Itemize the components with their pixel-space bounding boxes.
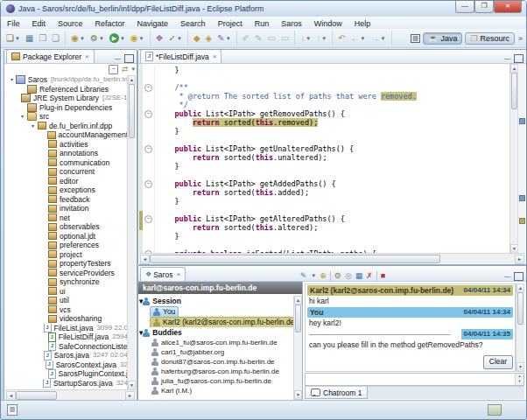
code-line[interactable] (157, 74, 509, 83)
code-line[interactable]: } (157, 66, 509, 74)
minimize-view-icon[interactable]: — (503, 273, 511, 280)
collapse-fold-icon[interactable]: − (144, 180, 152, 188)
tree-item-saros-java[interactable]: JSaros.java3247 02.04 (5, 351, 128, 360)
tree-item-feedback[interactable]: feedback (5, 195, 128, 205)
menu-help[interactable]: Help (348, 19, 377, 28)
save-all-icon[interactable]: ❒ (37, 32, 48, 45)
edit-mode-icon[interactable]: ✎ (253, 32, 264, 45)
buddy-item-karl-i-m[interactable]: Karl (I.M.) (139, 386, 294, 396)
code-line[interactable]: public List<IPath> getUnalteredPaths() { (157, 144, 509, 153)
dropdown-arrow-icon[interactable]: ▼ (306, 36, 311, 41)
buddy-item-julia-fu[interactable]: julia_fu@saros-con.imp.fu-berlin.de (139, 376, 294, 386)
tree-item-startupsaros-java[interactable]: JStartupSaros.java324 (5, 379, 128, 388)
dropdown-arrow-icon[interactable]: ▼ (321, 36, 327, 41)
tree-item-filelistdiff-java[interactable]: JFileListDiff.java2594 (5, 332, 128, 342)
session-vscrollbar[interactable]: ▲ ▼ (293, 296, 302, 400)
maximize-view-icon[interactable] (514, 272, 523, 281)
title-bar[interactable]: Java - Saros/src/de/fu_berlin/inf/dpp/Fi… (1, 1, 526, 17)
dropdown-arrow-icon[interactable]: ▼ (311, 273, 316, 278)
code-line[interactable]: return sorted(this.added); (157, 188, 509, 197)
tree-item-invitation[interactable]: invitation (5, 204, 128, 214)
collapse-fold-icon[interactable]: − (144, 215, 152, 223)
dropdown-arrow-icon[interactable]: ▼ (226, 36, 231, 41)
chat-input[interactable]: ▲▼ (305, 373, 524, 386)
tree-item-saroscontext-java[interactable]: JSarosContext.java32 (5, 360, 128, 370)
buddy-item-donut87[interactable]: donut87@saros-con.imp.fu-berlin.de (139, 357, 294, 367)
video-share-icon[interactable]: ▦ (355, 270, 363, 281)
last-edit-location-icon[interactable]: ↶ (336, 32, 347, 45)
scroll-thumb[interactable] (129, 84, 135, 138)
scroll-left-icon[interactable]: ◄ (140, 255, 150, 264)
view-menu-icon[interactable]: ▾ (131, 66, 135, 73)
tree-item-optional-jdt[interactable]: optional.jdt (5, 232, 128, 242)
code-line[interactable] (157, 171, 509, 179)
code-line[interactable]: public List<IPath> getRemovedPaths() { (157, 109, 509, 118)
tree-item-saros[interactable]: ▾Saros[trunk/dpp/de.fu_berlin.in (5, 75, 128, 85)
disconnect-icon[interactable]: ■ (381, 270, 385, 281)
expand-arrow-icon[interactable]: ▾ (21, 112, 27, 122)
close-icon[interactable]: × (213, 52, 217, 60)
menu-refactor[interactable]: Refactor (89, 19, 131, 28)
buddy-item-carl1-fu[interactable]: carl1_fu@jabber.org (139, 347, 294, 357)
tree-item-preferences[interactable]: preferences (5, 241, 128, 250)
buddy-item-haferburg[interactable]: haferburg@saros-con.imp.fu-berlin.de (139, 367, 294, 376)
tree-item-safeconnectionliste[interactable]: JSafeConnectionListe (5, 342, 128, 352)
overview-ruler[interactable] (517, 64, 525, 254)
code-line[interactable]: return sorted(this.removed); (157, 118, 509, 127)
perspective-resource-button[interactable]: ❒ Resourc (465, 32, 515, 45)
prev-annotation-icon[interactable]: ↑▼ (314, 32, 328, 45)
box-a-icon[interactable]: ▭ (265, 32, 277, 45)
tree-item-filelist-java[interactable]: JFileList.java3099 22.0 (5, 324, 128, 333)
fast-view-icon[interactable]: ▥ (7, 404, 18, 416)
tree-item-synchronize[interactable]: synchronize (5, 277, 128, 287)
chat-vscrollbar[interactable]: ▲ ▼ (516, 284, 524, 372)
run-config-icon[interactable]: ◉▼ (129, 32, 146, 45)
follow-mode-icon[interactable]: ◎ (345, 270, 352, 281)
perspective-java-button[interactable]: ☕ Java (423, 32, 462, 45)
input-scroll-icons[interactable]: ▲▼ (515, 374, 523, 385)
tree-item-sarosplugincontext-j[interactable]: JSarosPluginContext.j (5, 369, 128, 379)
tree-item-net[interactable]: net (5, 214, 128, 223)
tree-item-src[interactable]: ▾src (5, 112, 128, 122)
code-editor[interactable]: −−−−−− } /** * @return The sorted list o… (139, 64, 525, 254)
tree-item-serviceproviders[interactable]: serviceProviders (5, 269, 128, 278)
maximize-view-icon[interactable] (124, 54, 134, 63)
tree-item-referenced-libraries[interactable]: Referenced Libraries (5, 85, 128, 94)
tree-item-project[interactable]: project (5, 250, 128, 260)
share-project-icon[interactable]: ⚙ (334, 270, 341, 281)
code-line[interactable]: /** (157, 83, 509, 92)
tab-package-explorer[interactable]: Package Explorer × (6, 49, 95, 63)
dropdown-arrow-icon[interactable]: ▼ (139, 36, 144, 41)
tree-item-concurrent[interactable]: concurrent (5, 167, 128, 177)
menu-edit[interactable]: Edit (26, 19, 53, 28)
debug-icon[interactable]: ◉▼ (69, 32, 87, 45)
annotation-marker[interactable] (519, 218, 525, 224)
junit-icon[interactable]: ✓▼ (167, 32, 184, 45)
menu-window[interactable]: Window (308, 19, 348, 28)
new-wizard-icon[interactable]: ❏▼ (4, 32, 22, 45)
box-b-icon[interactable]: ▭ (279, 32, 291, 45)
code-line[interactable]: public List<IPath> getAlteredPaths() { (157, 214, 509, 223)
external-tools-icon[interactable]: ⚙▼ (88, 32, 106, 45)
scroll-thumb[interactable] (511, 73, 517, 109)
tree-item-communication[interactable]: communication (5, 158, 128, 168)
tree-item-plug-in-dependencies[interactable]: Plug-in Dependencies (5, 103, 128, 113)
collapse-fold-icon[interactable]: − (144, 145, 152, 153)
tree-item-propertytesters[interactable]: propertyTesters (5, 259, 128, 269)
stop-session-icon[interactable]: ✗ (366, 270, 373, 281)
session-item-highlight[interactable]: Karl2 (karl2@saros-con.imp.fu-berlin.de) (150, 317, 294, 327)
tab-filelistdiff-java[interactable]: J *FileListDiff.java × (140, 49, 221, 63)
session-root[interactable]: ▾Session (139, 296, 294, 306)
close-icon[interactable]: × (85, 52, 89, 60)
open-perspective-icon[interactable]: ▨ (411, 34, 420, 43)
tree-item-editor[interactable]: editor (5, 177, 128, 186)
scroll-thumb[interactable] (295, 304, 301, 332)
collapse-fold-icon[interactable]: − (144, 110, 152, 118)
maximize-button[interactable]: ❐ (474, 1, 494, 13)
tree-item-vcs[interactable]: vcs (5, 305, 128, 315)
tree-item-annotations[interactable]: annotations (5, 149, 128, 158)
maximize-view-icon[interactable] (514, 54, 523, 63)
minimize-view-icon[interactable]: — (114, 55, 122, 62)
code-line[interactable] (157, 206, 509, 214)
toolbar-overflow-chevron[interactable]: » (518, 34, 523, 43)
